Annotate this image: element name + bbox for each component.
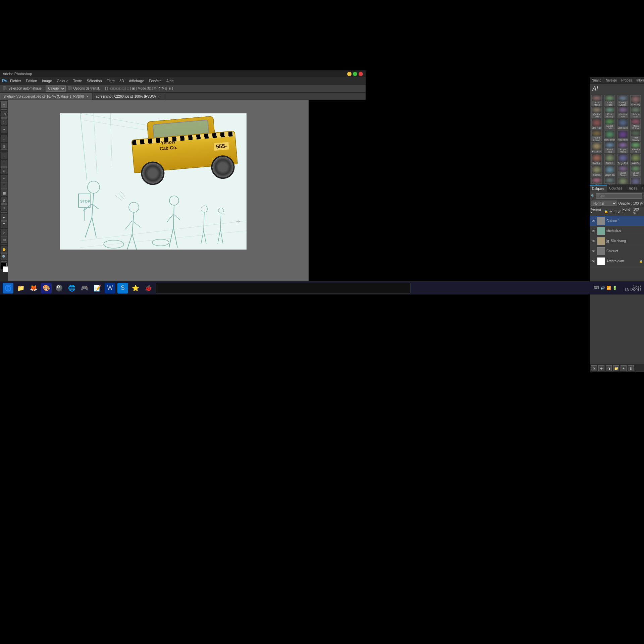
layers-adjustment-btn[interactable]: ◑ — [606, 365, 612, 371]
lock-all-icon[interactable]: 🔒 — [604, 210, 608, 213]
brush-item-23[interactable]: Wili Do — [630, 154, 641, 165]
tool-hand[interactable]: ✋ — [1, 246, 7, 253]
tab-0-close[interactable]: ✕ — [86, 95, 89, 98]
tool-wand[interactable]: ✦ — [1, 126, 7, 132]
taskbar-keyboard-icon[interactable]: ⌨ — [594, 286, 599, 290]
tool-pen[interactable]: ✒ — [1, 214, 7, 221]
layer-0-eye[interactable]: 👁 — [591, 219, 596, 223]
tool-marquee[interactable]: ⬚ — [1, 111, 7, 118]
tool-history-brush[interactable]: ↩ — [1, 175, 7, 181]
layers-tab-calques[interactable]: Calques — [590, 185, 607, 192]
tool-dodge[interactable]: ○ — [1, 204, 7, 211]
brush-item-8[interactable]: Line Paw — [591, 118, 602, 130]
panel-tab-inforn[interactable]: Inforn — [634, 77, 644, 84]
brush-item-15[interactable]: Ruff Reppy — [630, 130, 641, 142]
layers-tab-historique[interactable]: Historique — [639, 185, 644, 192]
layers-delete-btn[interactable]: 🗑 — [628, 365, 634, 371]
menu-fichier[interactable]: Fichier — [10, 79, 21, 83]
taskbar-6[interactable]: 🎮 — [79, 283, 90, 293]
layers-search-input[interactable] — [596, 193, 642, 199]
brush-item-13[interactable]: Roul Ireek — [604, 130, 615, 142]
brush-item-12[interactable]: Ramp Ireean — [591, 130, 602, 142]
brush-item-2[interactable]: Candy Druffo — [617, 95, 629, 106]
panel-tab-nuanc[interactable]: Nuanc — [590, 77, 604, 84]
layers-mask-btn[interactable]: ⊕ — [598, 365, 604, 371]
tab-1[interactable]: screenshot_02260.jpg @ 100% (RVB/8) ✕ — [93, 93, 164, 100]
taskbar-sound-icon[interactable]: 🔊 — [600, 286, 605, 290]
tool-zoom[interactable]: 🔍 — [1, 253, 7, 260]
brush-item-25[interactable]: Graph 4G — [604, 165, 615, 177]
tool-shape[interactable]: ▭ — [1, 236, 7, 243]
tool-clone[interactable]: ⊕ — [1, 167, 7, 174]
layer-2-eye[interactable]: 👁 — [591, 239, 596, 244]
brush-item-1[interactable]: Cafe Haze — [604, 95, 615, 106]
tool-path[interactable]: ▷ — [1, 229, 7, 235]
brush-item-6[interactable]: Kitchen Pye — [617, 107, 629, 118]
layers-tab-couches[interactable]: Couches — [607, 185, 625, 192]
minimize-button[interactable] — [347, 72, 352, 76]
brush-item-19[interactable]: Sneaky Ya — [630, 142, 641, 153]
layer-row-0[interactable]: 👁 Calque 1 — [590, 216, 644, 226]
menu-calque[interactable]: Calque — [57, 79, 68, 83]
tool-text[interactable]: T — [1, 221, 7, 228]
lock-draw-icon[interactable]: ⬚ — [613, 210, 616, 213]
menu-fenetre[interactable]: Fenêtre — [149, 79, 162, 83]
brush-item-4[interactable]: Grater Vert — [591, 107, 602, 118]
taskbar-7[interactable]: 📝 — [92, 283, 103, 293]
brush-item-27[interactable]: Saber Glow — [630, 165, 641, 177]
taskbar-skype[interactable]: S — [117, 283, 128, 293]
layer-row-3[interactable]: 👁 Calquet — [590, 246, 644, 256]
tool-move[interactable]: ✛ — [1, 101, 7, 108]
taskbar-11[interactable]: 🐞 — [143, 283, 154, 293]
brush-item-22[interactable]: Trego Pull — [617, 154, 629, 165]
brush-item-20[interactable]: Slo Rise — [591, 154, 602, 165]
layer-row-2[interactable]: 👁 jg+50+chang — [590, 236, 644, 246]
tool-lasso[interactable]: ◌ — [1, 118, 7, 125]
menu-edition[interactable]: Edition — [26, 79, 37, 83]
brush-item-7[interactable]: Litchen Wolf — [630, 107, 641, 118]
brush-item-17[interactable]: Shard Irols — [604, 142, 615, 153]
lock-pixel-icon[interactable]: 🖌 — [618, 210, 621, 213]
tool-heal[interactable]: + — [1, 153, 7, 159]
panel-tab-propes[interactable]: Propés — [619, 77, 634, 84]
tool-brush[interactable]: ⌒ — [1, 160, 7, 167]
tool-gradient[interactable]: ▦ — [1, 190, 7, 196]
brush-item-0[interactable]: Bay Kreak — [591, 95, 602, 106]
options-layer-select[interactable]: Calque — [46, 86, 66, 92]
layer-4-eye[interactable]: 👁 — [591, 259, 596, 264]
tool-eraser[interactable]: ◻ — [1, 182, 7, 189]
taskbar-wifi-icon[interactable]: 📶 — [606, 286, 611, 290]
taskbar-10[interactable]: ⭐ — [130, 283, 141, 293]
menu-image[interactable]: Image — [42, 79, 52, 83]
maximize-button[interactable] — [353, 72, 357, 76]
layers-group-btn[interactable]: 📁 — [613, 365, 619, 371]
brush-item-5[interactable]: Kent Downy — [604, 107, 615, 118]
options-checkbox[interactable] — [3, 87, 6, 90]
brush-item-18[interactable]: Sloph Nollix — [617, 142, 629, 153]
taskbar-start[interactable]: 🌀 — [3, 283, 13, 293]
layers-tab-traces[interactable]: Tracés — [625, 185, 639, 192]
taskbar-firefox[interactable]: 🦊 — [28, 283, 39, 293]
brush-item-11[interactable]: Moxa Pottier — [630, 118, 641, 130]
taskbar-word[interactable]: W — [105, 283, 115, 293]
panel-tab-niveige[interactable]: Niveige — [604, 77, 619, 84]
menu-affichage[interactable]: Affichage — [129, 79, 144, 83]
lock-move-icon[interactable]: ✛ — [609, 210, 612, 213]
options-checkbox2[interactable] — [68, 87, 71, 90]
layer-row-4[interactable]: 👁 Arrière-plan 🔒 — [590, 256, 644, 266]
brush-item-24[interactable]: Sharps — [591, 165, 602, 177]
layer-row-1[interactable]: 👁 shehulk-s — [590, 226, 644, 236]
taskbar-files[interactable]: 📁 — [15, 283, 26, 293]
menu-filtre[interactable]: Filtre — [107, 79, 115, 83]
taskbar-ps[interactable]: 🎨 — [41, 283, 52, 293]
tab-1-close[interactable]: ✕ — [158, 95, 160, 98]
menu-selection[interactable]: Sélection — [87, 79, 102, 83]
layer-3-eye[interactable]: 👁 — [591, 249, 596, 254]
tool-eyedropper[interactable]: ⊗ — [1, 143, 7, 150]
brush-item-26[interactable]: Saber Blade — [617, 165, 629, 177]
brush-item-10[interactable]: Mist Ireek — [617, 118, 629, 130]
layers-link-btn[interactable]: fx — [591, 365, 597, 371]
tab-0[interactable]: shehulk-VS-supergirl.psd @ 16.7% (Calque… — [0, 93, 93, 100]
layer-1-eye[interactable]: 👁 — [591, 229, 596, 233]
close-button[interactable] — [359, 72, 363, 76]
